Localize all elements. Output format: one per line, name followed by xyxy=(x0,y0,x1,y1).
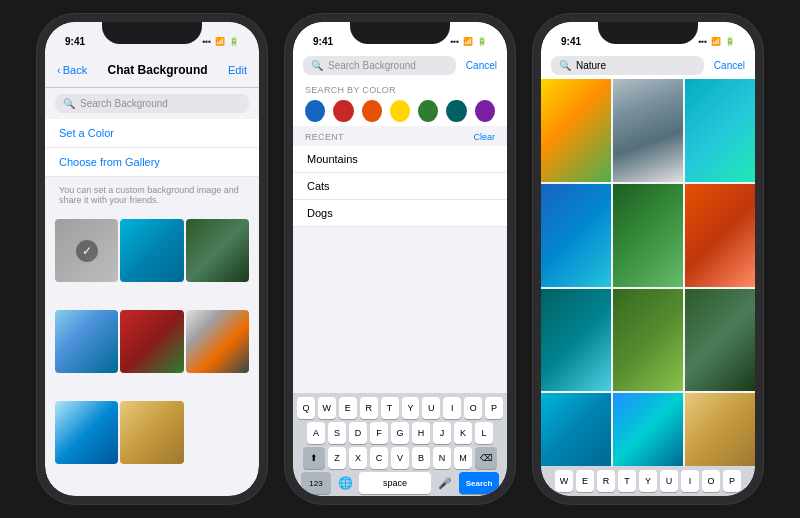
search-input-3[interactable]: 🔍 Nature xyxy=(551,56,704,75)
keyboard-2: Q W E R T Y U I O P A S D F G H J K L xyxy=(293,393,507,496)
color-red[interactable] xyxy=(333,100,353,122)
key-y[interactable]: Y xyxy=(402,397,420,419)
recent-header: Recent Clear xyxy=(293,126,507,146)
color-orange[interactable] xyxy=(362,100,382,122)
key-l[interactable]: L xyxy=(475,422,493,444)
key-o[interactable]: O xyxy=(464,397,482,419)
photo-10[interactable] xyxy=(613,393,683,466)
signal-icon-2: ▪▪▪ xyxy=(450,37,459,46)
photo-4[interactable] xyxy=(613,184,683,287)
key-s[interactable]: S xyxy=(328,422,346,444)
page-title-1: Chat Background xyxy=(87,63,228,77)
key-shift[interactable]: ⬆ xyxy=(303,447,325,469)
key-n[interactable]: N xyxy=(433,447,451,469)
bg-cell-1[interactable] xyxy=(120,219,183,282)
bg-cell-4[interactable] xyxy=(120,310,183,373)
key-x[interactable]: X xyxy=(349,447,367,469)
key-emoji[interactable]: 🌐 xyxy=(334,472,356,494)
photo-8[interactable] xyxy=(685,289,755,392)
key-v[interactable]: V xyxy=(391,447,409,469)
bg-cell-7[interactable] xyxy=(120,401,183,464)
edit-button-1[interactable]: Edit xyxy=(228,64,247,76)
key-q[interactable]: Q xyxy=(297,397,315,419)
key-m[interactable]: M xyxy=(454,447,472,469)
key-space[interactable]: space xyxy=(359,472,431,494)
search-input-2[interactable]: 🔍 Search Background xyxy=(303,56,456,75)
photo-grid xyxy=(541,79,755,466)
key-o-3[interactable]: O xyxy=(702,470,720,492)
key-p-3[interactable]: P xyxy=(723,470,741,492)
bg-cell-0[interactable]: ✓ xyxy=(55,219,118,282)
color-green[interactable] xyxy=(418,100,438,122)
key-t[interactable]: T xyxy=(381,397,399,419)
color-section-label: Search by Color xyxy=(305,85,495,95)
photo-9[interactable] xyxy=(541,393,611,466)
clear-button[interactable]: Clear xyxy=(473,132,495,142)
bg-cell-6[interactable] xyxy=(55,401,118,464)
color-teal[interactable] xyxy=(446,100,466,122)
bg-cell-3[interactable] xyxy=(55,310,118,373)
key-i-3[interactable]: I xyxy=(681,470,699,492)
key-a[interactable]: A xyxy=(307,422,325,444)
key-w[interactable]: W xyxy=(318,397,336,419)
kb-row-2: A S D F G H J K L xyxy=(297,422,503,444)
photo-0[interactable] xyxy=(541,79,611,182)
key-y-3[interactable]: Y xyxy=(639,470,657,492)
set-color-button[interactable]: Set a Color xyxy=(45,119,259,148)
check-icon: ✓ xyxy=(76,240,98,262)
bg-cell-2[interactable] xyxy=(186,219,249,282)
bg-cell-5[interactable] xyxy=(186,310,249,373)
choose-gallery-button[interactable]: Choose from Gallery xyxy=(45,148,259,177)
photo-7[interactable] xyxy=(613,289,683,392)
key-mic[interactable]: 🎤 xyxy=(434,472,456,494)
recent-dogs[interactable]: Dogs xyxy=(293,200,507,227)
photo-5[interactable] xyxy=(685,184,755,287)
photo-1[interactable] xyxy=(613,79,683,182)
spacer-2 xyxy=(293,227,507,393)
kb-bottom-row: 123 🌐 space 🎤 Search xyxy=(297,472,503,494)
key-d[interactable]: D xyxy=(349,422,367,444)
photo-6[interactable] xyxy=(541,289,611,392)
photo-11[interactable] xyxy=(685,393,755,466)
key-j[interactable]: J xyxy=(433,422,451,444)
key-u-3[interactable]: U xyxy=(660,470,678,492)
search-bar-1[interactable]: 🔍 Search Background xyxy=(55,94,249,113)
color-yellow[interactable] xyxy=(390,100,410,122)
search-button[interactable]: Search xyxy=(459,472,499,494)
kb-row-3: ⬆ Z X C V B N M ⌫ xyxy=(297,447,503,469)
recent-mountains[interactable]: Mountains xyxy=(293,146,507,173)
color-blue[interactable] xyxy=(305,100,325,122)
color-purple[interactable] xyxy=(475,100,495,122)
key-i[interactable]: I xyxy=(443,397,461,419)
key-r-3[interactable]: R xyxy=(597,470,615,492)
key-e[interactable]: E xyxy=(339,397,357,419)
key-t-3[interactable]: T xyxy=(618,470,636,492)
photo-2[interactable] xyxy=(685,79,755,182)
key-123[interactable]: 123 xyxy=(301,472,331,494)
back-button-1[interactable]: ‹ Back xyxy=(57,64,87,76)
photo-3[interactable] xyxy=(541,184,611,287)
recent-label: Recent xyxy=(305,132,344,142)
status-icons-2: ▪▪▪ 📶 🔋 xyxy=(450,37,487,46)
recent-cats[interactable]: Cats xyxy=(293,173,507,200)
wifi-icon-3: 📶 xyxy=(711,37,721,46)
key-delete[interactable]: ⌫ xyxy=(475,447,497,469)
status-time-1: 9:41 xyxy=(65,36,85,47)
key-c[interactable]: C xyxy=(370,447,388,469)
notch-2 xyxy=(350,22,450,44)
cancel-button-2[interactable]: Cancel xyxy=(460,60,497,71)
key-f[interactable]: F xyxy=(370,422,388,444)
key-p[interactable]: P xyxy=(485,397,503,419)
key-u[interactable]: U xyxy=(422,397,440,419)
key-w-3[interactable]: W xyxy=(555,470,573,492)
signal-icon: ▪▪▪ xyxy=(202,37,211,46)
nav-bar-1: ‹ Back Chat Background Edit xyxy=(45,52,259,88)
key-z[interactable]: Z xyxy=(328,447,346,469)
cancel-button-3[interactable]: Cancel xyxy=(708,60,745,71)
key-h[interactable]: H xyxy=(412,422,430,444)
key-k[interactable]: K xyxy=(454,422,472,444)
key-b[interactable]: B xyxy=(412,447,430,469)
key-g[interactable]: G xyxy=(391,422,409,444)
key-r[interactable]: R xyxy=(360,397,378,419)
key-e-3[interactable]: E xyxy=(576,470,594,492)
